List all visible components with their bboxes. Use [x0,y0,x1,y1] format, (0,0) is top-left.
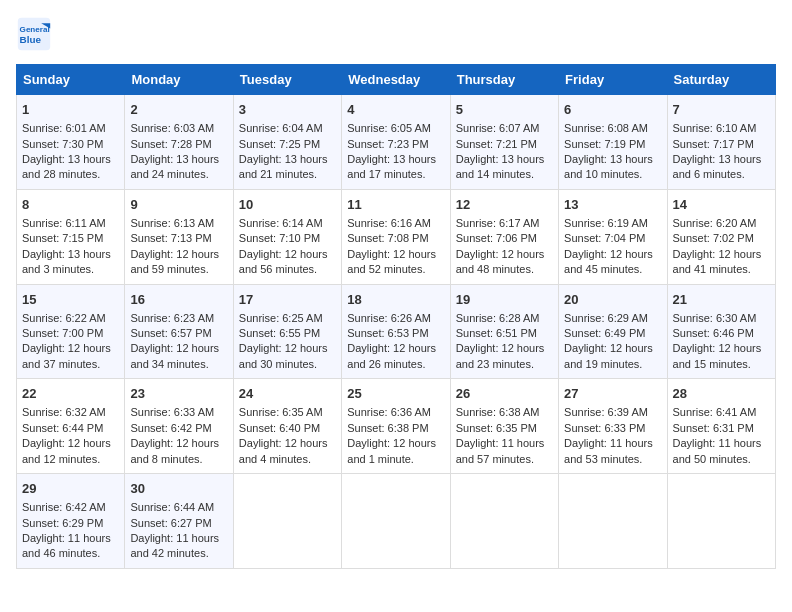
day-info: Daylight: 12 hours [456,341,553,356]
day-info: Sunrise: 6:03 AM [130,121,227,136]
day-info: and 52 minutes. [347,262,444,277]
logo: General Blue [16,16,58,52]
calendar-week-2: 8Sunrise: 6:11 AMSunset: 7:15 PMDaylight… [17,189,776,284]
day-info: Sunrise: 6:04 AM [239,121,336,136]
calendar-cell: 10Sunrise: 6:14 AMSunset: 7:10 PMDayligh… [233,189,341,284]
day-number: 8 [22,196,119,214]
day-info: and 59 minutes. [130,262,227,277]
day-info: Sunrise: 6:29 AM [564,311,661,326]
day-info: and 50 minutes. [673,452,770,467]
day-info: and 30 minutes. [239,357,336,372]
calendar-cell: 1Sunrise: 6:01 AMSunset: 7:30 PMDaylight… [17,95,125,190]
day-info: Sunset: 6:33 PM [564,421,661,436]
day-info: Sunset: 6:53 PM [347,326,444,341]
day-info: and 10 minutes. [564,167,661,182]
day-info: and 56 minutes. [239,262,336,277]
day-number: 28 [673,385,770,403]
day-info: Daylight: 11 hours [22,531,119,546]
day-info: Sunrise: 6:10 AM [673,121,770,136]
day-number: 23 [130,385,227,403]
day-info: Daylight: 12 hours [564,341,661,356]
calendar-cell: 20Sunrise: 6:29 AMSunset: 6:49 PMDayligh… [559,284,667,379]
day-number: 1 [22,101,119,119]
day-info: Sunset: 7:19 PM [564,137,661,152]
day-info: Daylight: 12 hours [673,341,770,356]
calendar-cell: 17Sunrise: 6:25 AMSunset: 6:55 PMDayligh… [233,284,341,379]
calendar-cell [559,474,667,569]
day-info: and 53 minutes. [564,452,661,467]
day-number: 30 [130,480,227,498]
calendar-cell: 13Sunrise: 6:19 AMSunset: 7:04 PMDayligh… [559,189,667,284]
day-info: Sunrise: 6:23 AM [130,311,227,326]
day-info: and 17 minutes. [347,167,444,182]
day-info: Sunset: 7:25 PM [239,137,336,152]
day-info: Daylight: 13 hours [22,247,119,262]
day-info: and 57 minutes. [456,452,553,467]
calendar-cell: 24Sunrise: 6:35 AMSunset: 6:40 PMDayligh… [233,379,341,474]
day-info: Daylight: 12 hours [347,436,444,451]
svg-text:Blue: Blue [20,34,42,45]
day-info: Daylight: 12 hours [347,247,444,262]
calendar-table: SundayMondayTuesdayWednesdayThursdayFrid… [16,64,776,569]
calendar-cell: 7Sunrise: 6:10 AMSunset: 7:17 PMDaylight… [667,95,775,190]
day-info: Sunrise: 6:08 AM [564,121,661,136]
day-number: 14 [673,196,770,214]
day-info: Daylight: 12 hours [456,247,553,262]
day-info: Daylight: 12 hours [673,247,770,262]
day-info: Sunset: 7:28 PM [130,137,227,152]
day-number: 22 [22,385,119,403]
day-info: and 48 minutes. [456,262,553,277]
day-info: and 46 minutes. [22,546,119,561]
day-number: 15 [22,291,119,309]
day-info: and 28 minutes. [22,167,119,182]
calendar-week-1: 1Sunrise: 6:01 AMSunset: 7:30 PMDaylight… [17,95,776,190]
day-info: and 4 minutes. [239,452,336,467]
day-number: 9 [130,196,227,214]
calendar-cell: 12Sunrise: 6:17 AMSunset: 7:06 PMDayligh… [450,189,558,284]
calendar-week-5: 29Sunrise: 6:42 AMSunset: 6:29 PMDayligh… [17,474,776,569]
day-info: Daylight: 13 hours [22,152,119,167]
day-info: Sunset: 7:02 PM [673,231,770,246]
day-info: Sunset: 6:42 PM [130,421,227,436]
calendar-week-3: 15Sunrise: 6:22 AMSunset: 7:00 PMDayligh… [17,284,776,379]
day-number: 21 [673,291,770,309]
calendar-cell: 26Sunrise: 6:38 AMSunset: 6:35 PMDayligh… [450,379,558,474]
calendar-cell: 23Sunrise: 6:33 AMSunset: 6:42 PMDayligh… [125,379,233,474]
day-info: Daylight: 11 hours [564,436,661,451]
day-number: 18 [347,291,444,309]
calendar-cell: 18Sunrise: 6:26 AMSunset: 6:53 PMDayligh… [342,284,450,379]
day-number: 17 [239,291,336,309]
page-header: General Blue [16,16,776,52]
column-header-thursday: Thursday [450,65,558,95]
calendar-cell [233,474,341,569]
calendar-cell: 22Sunrise: 6:32 AMSunset: 6:44 PMDayligh… [17,379,125,474]
calendar-header-row: SundayMondayTuesdayWednesdayThursdayFrid… [17,65,776,95]
day-info: and 1 minute. [347,452,444,467]
day-info: Sunrise: 6:30 AM [673,311,770,326]
day-info: Sunrise: 6:28 AM [456,311,553,326]
svg-text:General: General [20,25,50,34]
day-info: Sunrise: 6:17 AM [456,216,553,231]
day-info: and 41 minutes. [673,262,770,277]
day-info: Daylight: 13 hours [130,152,227,167]
day-number: 3 [239,101,336,119]
calendar-cell: 14Sunrise: 6:20 AMSunset: 7:02 PMDayligh… [667,189,775,284]
day-info: and 42 minutes. [130,546,227,561]
day-info: Sunset: 7:13 PM [130,231,227,246]
day-info: Daylight: 11 hours [130,531,227,546]
day-info: Sunset: 7:10 PM [239,231,336,246]
day-info: Daylight: 12 hours [22,341,119,356]
day-info: and 24 minutes. [130,167,227,182]
day-info: Sunset: 7:15 PM [22,231,119,246]
day-info: Daylight: 13 hours [673,152,770,167]
calendar-cell: 11Sunrise: 6:16 AMSunset: 7:08 PMDayligh… [342,189,450,284]
day-number: 24 [239,385,336,403]
day-info: and 34 minutes. [130,357,227,372]
day-number: 2 [130,101,227,119]
day-number: 27 [564,385,661,403]
day-info: and 12 minutes. [22,452,119,467]
day-number: 19 [456,291,553,309]
calendar-cell: 8Sunrise: 6:11 AMSunset: 7:15 PMDaylight… [17,189,125,284]
calendar-cell: 30Sunrise: 6:44 AMSunset: 6:27 PMDayligh… [125,474,233,569]
day-info: Daylight: 12 hours [564,247,661,262]
